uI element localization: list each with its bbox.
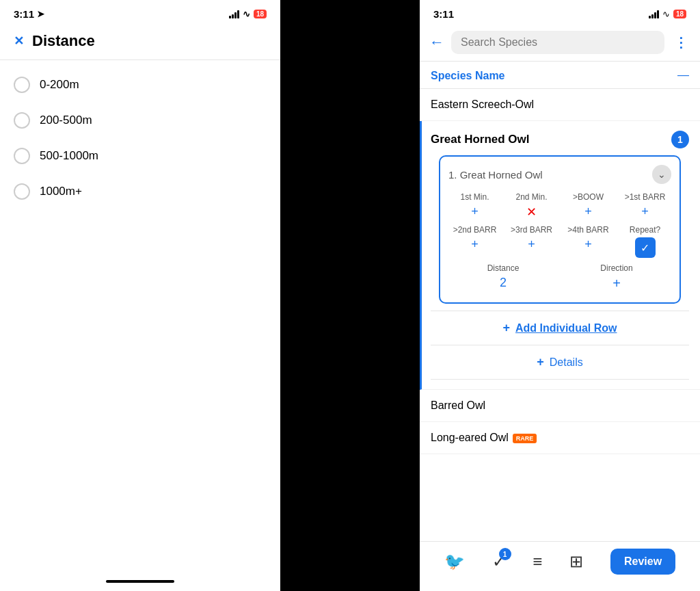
species-list: Eastern Screech-Owl Great Horned Owl 1 1… [420,89,700,591]
cell2-value-2[interactable]: + [584,237,592,252]
battery-badge-right: 18 [673,10,686,18]
species-row-1[interactable]: Great Horned Owl 1 1. Great Horned Owl ⌄… [420,121,700,390]
cell-label-3: >1st BARR [625,192,666,202]
bottom-label-1: Direction [600,263,632,273]
add-individual-row-button[interactable]: + Add Individual Row [431,311,689,345]
add-row-label: Add Individual Row [515,322,617,334]
middle-divider [280,0,420,591]
grid-row-1: 1st Min. + 2nd Min. ✕ >BOOW + [448,192,671,220]
individual-name: 1. Great Horned Owl [448,169,543,181]
close-button[interactable]: ✕ [14,34,24,49]
cell2-2: >4th BARR + [562,225,615,258]
back-button[interactable]: ← [429,34,444,51]
distance-option-3[interactable]: 1000m+ [0,174,280,209]
distance-option-0[interactable]: 0-200m [0,67,280,103]
cell2-value-3[interactable]: ✓ [635,237,656,258]
species-count-1: 1 [671,131,689,148]
individual-card-header: 1. Great Horned Owl ⌄ [448,165,671,184]
nav-check[interactable]: ✓ 1 [492,552,506,571]
filter-icon[interactable]: ⸻ [677,68,689,83]
cell2-value-1[interactable]: + [528,237,535,252]
add-row-plus-icon: + [503,321,511,335]
list-icon: ≡ [533,552,542,571]
nav-icon-left: ➤ [37,9,44,19]
cell2-label-3: Repeat? [630,225,660,235]
species-header-row: Species Name ⸻ [420,62,700,89]
signal-bars-left [229,10,239,18]
species-row-2[interactable]: Barred Owl [420,390,700,422]
left-panel: 3:11 ➤ ∿ 18 ✕ Distance 0-200m 200-500m 5… [0,0,280,591]
species-row-header-1: Great Horned Owl 1 [431,131,689,148]
cell-1: 2nd Min. ✕ [505,192,558,220]
distance-label-2: 500-1000m [40,149,98,163]
left-header: ✕ Distance [0,25,280,60]
radio-2 [14,148,30,164]
species-row-3[interactable]: Long-eared Owl RARE [420,422,700,454]
distance-options: 0-200m 200-500m 500-1000m 1000m+ [0,60,280,216]
cell2-value-0[interactable]: + [471,237,479,252]
battery-badge-left: 18 [254,10,267,18]
cell2-1: >3rd BARR + [505,225,558,258]
distance-label-1: 200-500m [40,114,92,127]
cell-2: >BOOW + [562,192,615,220]
wifi-icon-left: ∿ [243,9,250,19]
status-bar-right: 3:11 ∿ 18 [420,0,700,25]
distance-title: Distance [32,32,95,50]
grid-row-3: Distance 2 Direction + [448,263,671,291]
species-name-1: Great Horned Owl [431,133,530,146]
cell-value-0[interactable]: + [471,205,479,219]
distance-label-3: 1000m+ [40,185,82,198]
cell-value-3[interactable]: + [641,205,649,219]
individual-card: 1. Great Horned Owl ⌄ 1st Min. + 2nd Min… [439,155,681,304]
species-row-0[interactable]: Eastern Screech-Owl [420,89,700,121]
signal-bars-right [649,10,659,18]
more-menu-button[interactable]: ⋮ [671,34,690,51]
nav-bird[interactable]: 🐦 [444,552,465,571]
details-button[interactable]: + Details [431,345,689,380]
right-panel: 3:11 ∿ 18 ← ⋮ Species Name ⸻ Eastern Scr… [420,0,700,591]
bottom-value-0: 2 [500,276,507,290]
distance-option-2[interactable]: 500-1000m [0,138,280,174]
radio-0 [14,77,30,93]
bottom-value-1[interactable]: + [612,276,621,291]
right-header: ← ⋮ [420,25,700,62]
bottom-label-0: Distance [487,263,520,273]
radio-3 [14,183,30,200]
distance-option-1[interactable]: 200-500m [0,103,280,138]
cell-0: 1st Min. + [448,192,501,220]
nav-list[interactable]: ≡ [533,552,542,571]
details-plus-icon: + [537,355,544,369]
bottom-cell-0: Distance 2 [448,263,558,291]
cell-label-1: 2nd Min. [515,192,547,202]
bottom-cell-1: Direction + [562,263,671,291]
distance-label-0: 0-200m [40,78,79,92]
cell2-label-2: >4th BARR [567,225,608,235]
bottom-nav: 🐦 ✓ 1 ≡ ⊞ Review [420,541,700,591]
status-icons-left: ∿ 18 [229,9,267,19]
details-label: Details [550,356,583,369]
cell2-0: >2nd BARR + [448,225,501,258]
species-name-column-label: Species Name [431,70,505,82]
grid-row-2: >2nd BARR + >3rd BARR + >4th BARR [448,225,671,258]
collapse-button[interactable]: ⌄ [652,165,671,184]
wifi-icon-right: ∿ [662,9,670,19]
species-name-3: Long-eared Owl [431,432,509,444]
cell2-3: Repeat? ✓ [619,225,671,258]
cell-label-2: >BOOW [573,192,604,202]
cell-label-0: 1st Min. [460,192,489,202]
time-right: 3:11 [433,8,454,20]
cell-value-2[interactable]: + [584,205,592,219]
status-icons-right: ∿ 18 [649,9,686,19]
status-bar-left: 3:11 ➤ ∿ 18 [0,0,280,25]
search-input[interactable] [451,31,664,54]
species-name-2: Barred Owl [431,399,485,412]
cell2-label-0: >2nd BARR [453,225,497,235]
rare-badge-3: RARE [513,434,537,443]
bird-icon: 🐦 [444,552,465,571]
map-icon: ⊞ [569,552,583,571]
review-button[interactable]: Review [610,549,675,575]
species-name-0: Eastern Screech-Owl [431,98,534,111]
cell-value-1[interactable]: ✕ [526,205,537,220]
cell-3: >1st BARR + [619,192,671,220]
nav-map[interactable]: ⊞ [569,552,583,571]
